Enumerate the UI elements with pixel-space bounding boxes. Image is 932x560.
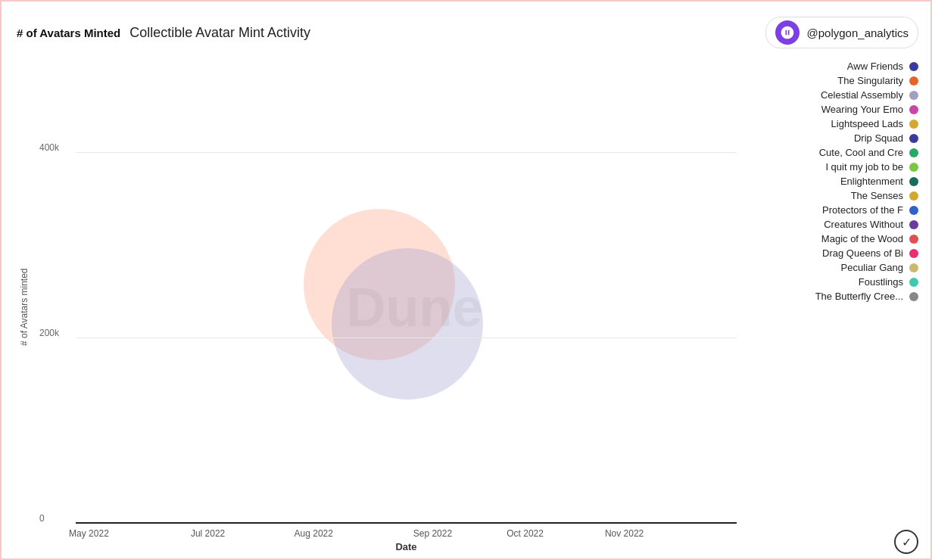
attribution-badge: @polygon_analytics: [765, 17, 918, 48]
main-container: # of Avatars Minted Collectible Avatar M…: [2, 2, 932, 560]
legend-label: Foustlings: [744, 276, 903, 288]
grid-label-0: 0: [39, 513, 45, 524]
legend-item: Enlightenment: [744, 176, 918, 187]
legend-dot: [909, 249, 918, 258]
legend-item: Lightspeed Lads: [744, 118, 918, 129]
legend-dot: [909, 148, 918, 157]
chart-legend: Aww FriendsThe SingularityCelestial Asse…: [737, 61, 918, 554]
legend-dot: [909, 206, 918, 215]
legend-label: Celestial Assembly: [744, 89, 903, 101]
check-badge: ✓: [894, 530, 918, 554]
legend-dot: [909, 191, 918, 201]
legend-dot: [909, 292, 918, 301]
legend-item: Wearing Your Emo: [744, 104, 918, 115]
legend-label: Peculiar Gang: [744, 262, 903, 273]
x-tick-oct: Oct 2022: [507, 528, 544, 539]
x-tick-aug: Aug 2022: [295, 528, 333, 539]
legend-label: I quit my job to be: [744, 161, 903, 173]
x-axis-title: Date: [395, 541, 416, 552]
legend-dot: [909, 62, 918, 71]
x-tick-may: May 2022: [69, 528, 109, 539]
legend-item: Magic of the Wood: [744, 233, 918, 244]
chart-inner: Dune 400k 200k 0: [38, 61, 737, 554]
legend-dot: [909, 235, 918, 244]
x-axis: May 2022 Jul 2022 Aug 2022 Sep 2022 Oct …: [76, 524, 737, 554]
legend-dot: [909, 134, 918, 143]
legend-item: The Butterfly Cree...: [744, 291, 918, 302]
x-tick-nov: Nov 2022: [605, 528, 644, 539]
legend-item: Creatures Without: [744, 219, 918, 230]
chart-area: # of Avatars minted Dune 400k 200k: [17, 61, 918, 554]
y-axis-main-label: # of Avatars Minted: [17, 26, 120, 39]
legend-dot: [909, 120, 918, 129]
legend-item: I quit my job to be: [744, 161, 918, 173]
grid-label-200k: 200k: [39, 328, 59, 338]
x-tick-jul: Jul 2022: [191, 528, 225, 539]
legend-label: The Singularity: [744, 75, 903, 86]
legend-label: The Butterfly Cree...: [744, 291, 903, 302]
bars-container: [76, 61, 737, 524]
grid-label-400k: 400k: [39, 142, 59, 153]
chart-header: # of Avatars Minted Collectible Avatar M…: [17, 17, 918, 48]
legend-dot: [909, 263, 918, 272]
legend-dot: [909, 105, 918, 114]
chart-title: Collectible Avatar Mint Activity: [129, 25, 310, 41]
polygon-icon: [775, 20, 800, 45]
legend-label: Lightspeed Lads: [744, 118, 903, 129]
header-left: # of Avatars Minted Collectible Avatar M…: [17, 25, 310, 41]
legend-label: The Senses: [744, 190, 903, 201]
legend-item: Foustlings: [744, 276, 918, 288]
legend-dot: [909, 91, 918, 100]
legend-item: Peculiar Gang: [744, 262, 918, 273]
chart-canvas: Dune 400k 200k 0: [38, 61, 737, 554]
legend-label: Enlightenment: [744, 176, 903, 187]
legend-dot: [909, 177, 918, 186]
legend-dot: [909, 278, 918, 287]
legend-item: Aww Friends: [744, 61, 918, 72]
legend-label: Drip Squad: [744, 132, 903, 144]
legend-dot: [909, 163, 918, 172]
legend-item: Drag Queens of Bi: [744, 247, 918, 259]
legend-item: Cute, Cool and Cre: [744, 147, 918, 158]
legend-dot: [909, 76, 918, 86]
legend-label: Drag Queens of Bi: [744, 247, 903, 259]
legend-item: Celestial Assembly: [744, 89, 918, 101]
y-axis-label: # of Avatars minted: [17, 61, 32, 554]
polygon-handle: @polygon_analytics: [807, 26, 909, 39]
legend-label: Cute, Cool and Cre: [744, 147, 903, 158]
legend-dot: [909, 220, 918, 229]
legend-label: Wearing Your Emo: [744, 104, 903, 115]
legend-item: The Singularity: [744, 75, 918, 86]
legend-label: Protectors of the F: [744, 204, 903, 216]
legend-label: Magic of the Wood: [744, 233, 903, 244]
legend-label: Aww Friends: [744, 61, 903, 72]
legend-label: Creatures Without: [744, 219, 903, 230]
legend-item: Drip Squad: [744, 132, 918, 144]
legend-item: The Senses: [744, 190, 918, 201]
legend-item: Protectors of the F: [744, 204, 918, 216]
x-tick-sep: Sep 2022: [413, 528, 452, 539]
